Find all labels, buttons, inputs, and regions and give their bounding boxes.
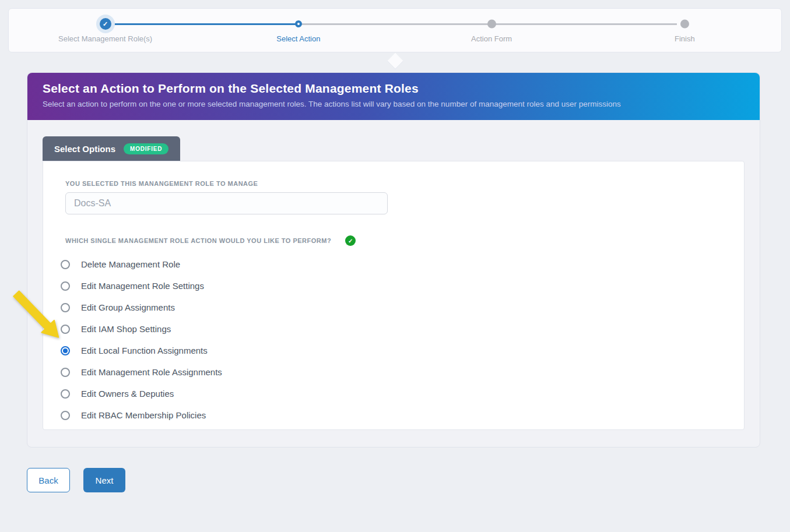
page-title: Select an Action to Perform on the Selec… [43, 82, 745, 96]
action-question-label: WHICH SINGLE MANAGEMENT ROLE ACTION WOUL… [65, 237, 331, 244]
options-card: YOU SELECTED THIS MANANGEMENT ROLE TO MA… [43, 161, 745, 430]
wizard-stepper: ✓ Select Management Role(s) Select Actio… [8, 8, 782, 52]
wizard-panel: Select an Action to Perform on the Selec… [27, 72, 760, 448]
step-label: Select Management Role(s) [58, 34, 152, 43]
selected-role-label: YOU SELECTED THIS MANANGEMENT ROLE TO MA… [65, 180, 722, 187]
next-button[interactable]: Next [83, 468, 125, 492]
radio-option-label: Edit RBAC Membership Policies [81, 410, 206, 420]
action-radio-group: Delete Management Role Edit Management R… [61, 253, 722, 426]
radio-button-icon[interactable] [61, 303, 70, 312]
radio-option-label: Edit Group Assignments [81, 302, 175, 312]
step-active-dot-icon [295, 20, 302, 27]
radio-option-edit-group-assignments[interactable]: Edit Group Assignments [61, 297, 722, 318]
radio-option-label: Edit IAM Shop Settings [81, 324, 171, 334]
radio-option-edit-owners-deputies[interactable]: Edit Owners & Deputies [61, 383, 722, 404]
modified-badge: MODIFIED [124, 143, 168, 154]
step-label: Finish [675, 34, 695, 43]
radio-button-icon[interactable] [61, 368, 70, 377]
radio-option-label: Delete Management Role [81, 259, 180, 269]
radio-option-label: Edit Management Role Assignments [81, 367, 222, 377]
step-select-management-roles[interactable]: ✓ Select Management Role(s) [9, 9, 202, 52]
step-completed-check-icon: ✓ [100, 18, 111, 30]
page-subtitle: Select an action to perform on the one o… [43, 100, 745, 108]
radio-option-edit-local-function-assignments[interactable]: Edit Local Function Assignments [61, 340, 722, 361]
radio-button-icon[interactable] [61, 389, 70, 399]
radio-option-edit-management-role-assignments[interactable]: Edit Management Role Assignments [61, 361, 722, 383]
step-pending-dot-icon [487, 20, 496, 29]
radio-option-label: Edit Owners & Deputies [81, 389, 174, 399]
back-button[interactable]: Back [27, 468, 70, 492]
radio-option-label: Edit Management Role Settings [81, 281, 204, 291]
tab-select-options[interactable]: Select Options MODIFIED [43, 136, 180, 161]
selected-role-input[interactable] [65, 192, 388, 214]
stepper-pointer-caret [387, 53, 403, 69]
tab-label: Select Options [54, 144, 115, 154]
radio-option-label: Edit Local Function Assignments [81, 346, 208, 355]
step-label: Action Form [471, 34, 512, 43]
radio-option-delete-management-role[interactable]: Delete Management Role [61, 253, 722, 275]
panel-header-banner: Select an Action to Perform on the Selec… [27, 73, 760, 120]
radio-button-icon[interactable] [61, 260, 70, 269]
step-label: Select Action [276, 34, 320, 43]
step-select-action[interactable]: Select Action [202, 9, 395, 52]
radio-option-edit-rbac-membership-policies[interactable]: Edit RBAC Membership Policies [61, 404, 722, 426]
step-action-form[interactable]: Action Form [395, 9, 588, 52]
radio-button-selected-icon[interactable] [61, 346, 70, 355]
radio-option-edit-management-role-settings[interactable]: Edit Management Role Settings [61, 275, 722, 297]
radio-button-icon[interactable] [61, 325, 70, 334]
step-pending-dot-icon [680, 20, 689, 29]
radio-button-icon[interactable] [61, 411, 70, 420]
radio-option-edit-iam-shop-settings[interactable]: Edit IAM Shop Settings [61, 318, 722, 340]
valid-check-icon: ✓ [345, 235, 356, 246]
step-finish[interactable]: Finish [588, 9, 781, 52]
radio-button-icon[interactable] [61, 281, 70, 291]
